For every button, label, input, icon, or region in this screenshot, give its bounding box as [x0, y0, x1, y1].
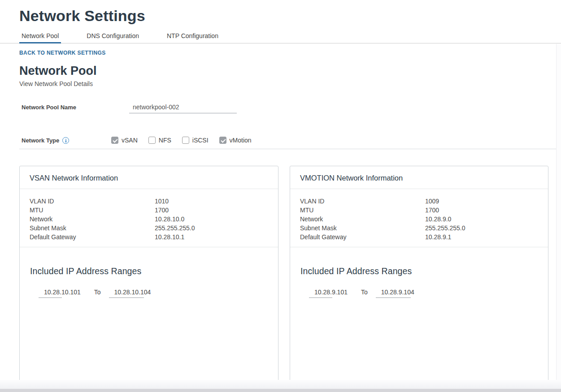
- vsan-network-card: VSAN Network Information VLAN ID 1010 MT…: [19, 166, 278, 386]
- detail-row-subnet: Subnet Mask 255.255.255.0: [30, 224, 268, 233]
- vsan-checkbox[interactable]: [111, 137, 118, 144]
- network-settings-page: Network Settings Network Pool DNS Config…: [0, 0, 561, 392]
- detail-row-vlan: VLAN ID 1009: [300, 197, 538, 206]
- range-to-label: To: [361, 288, 368, 296]
- pool-name-input[interactable]: networkpool-002: [129, 103, 237, 113]
- checkbox-item-vsan[interactable]: vSAN: [111, 137, 138, 144]
- checkbox-item-iscsi[interactable]: iSCSI: [182, 137, 209, 144]
- vmotion-ip-ranges-section: Included IP Address Ranges 10.28.9.101 T…: [290, 247, 548, 296]
- network-type-row: Network Type vSAN NFS iSCSI vMotion: [22, 137, 561, 144]
- vmotion-range-start-input[interactable]: 10.28.9.101: [314, 288, 348, 296]
- vsan-card-details: VLAN ID 1010 MTU 1700 Network 10.28.10.0…: [20, 189, 278, 247]
- detail-row-gateway: Default Gateway 10.28.10.1: [30, 233, 268, 241]
- vmotion-ranges-title: Included IP Address Ranges: [300, 266, 538, 276]
- section-subtitle: View Network Pool Details: [19, 80, 561, 87]
- page-title: Network Settings: [19, 6, 561, 25]
- vmotion-card-details: VLAN ID 1009 MTU 1700 Network 10.28.9.0 …: [290, 189, 548, 247]
- page-bottom-edge: [0, 380, 561, 392]
- tab-dns-configuration[interactable]: DNS Configuration: [84, 32, 141, 43]
- detail-row-mtu: MTU 1700: [30, 206, 268, 215]
- vmotion-card-title: VMOTION Network Information: [290, 166, 548, 189]
- iscsi-checkbox-label: iSCSI: [192, 137, 209, 144]
- detail-row-network: Network 10.28.10.0: [30, 215, 268, 224]
- range-to-label: To: [94, 288, 101, 296]
- vsan-range-start-input[interactable]: 10.28.10.101: [44, 288, 81, 296]
- nfs-checkbox[interactable]: [148, 137, 156, 144]
- network-type-checkbox-group: vSAN NFS iSCSI vMotion: [111, 137, 262, 144]
- vmotion-ip-range-row: 10.28.9.101 To 10.28.9.104: [314, 288, 538, 296]
- checkbox-item-nfs[interactable]: NFS: [148, 137, 171, 144]
- network-type-label: Network Type: [22, 137, 111, 144]
- vsan-ip-range-row: 10.28.10.101 To 10.28.10.104: [44, 288, 268, 296]
- network-info-cards: VSAN Network Information VLAN ID 1010 MT…: [19, 166, 561, 386]
- scrollbar-track[interactable]: [556, 44, 561, 380]
- pool-name-label: Network Pool Name: [22, 103, 111, 111]
- detail-row-subnet: Subnet Mask 255.255.255.0: [300, 224, 538, 233]
- detail-row-vlan: VLAN ID 1010: [30, 197, 268, 206]
- nfs-checkbox-label: NFS: [159, 137, 171, 144]
- bottom-bar: [0, 389, 561, 392]
- tabs-bar: Network Pool DNS Configuration NTP Confi…: [0, 32, 561, 43]
- vsan-ip-ranges-section: Included IP Address Ranges 10.28.10.101 …: [20, 247, 278, 296]
- vsan-range-end-input[interactable]: 10.28.10.104: [114, 288, 151, 296]
- vmotion-range-end-input[interactable]: 10.28.9.104: [381, 288, 414, 296]
- checkbox-item-vmotion[interactable]: vMotion: [219, 137, 252, 144]
- vsan-ranges-title: Included IP Address Ranges: [30, 266, 268, 276]
- form-divider: [19, 149, 561, 149]
- detail-row-gateway: Default Gateway 10.28.9.1: [300, 233, 538, 241]
- vsan-card-title: VSAN Network Information: [20, 166, 278, 189]
- vmotion-checkbox[interactable]: [219, 137, 226, 144]
- info-icon[interactable]: [62, 137, 69, 144]
- iscsi-checkbox[interactable]: [182, 137, 189, 144]
- detail-row-network: Network 10.28.9.0: [300, 215, 538, 224]
- vsan-checkbox-label: vSAN: [122, 137, 138, 144]
- pool-name-row: Network Pool Name networkpool-002: [22, 103, 561, 113]
- tab-ntp-configuration[interactable]: NTP Configuration: [165, 32, 221, 43]
- vmotion-network-card: VMOTION Network Information VLAN ID 1009…: [290, 166, 548, 386]
- back-to-network-settings-link[interactable]: BACK TO NETWORK SETTINGS: [19, 50, 106, 56]
- vmotion-checkbox-label: vMotion: [230, 137, 252, 144]
- detail-row-mtu: MTU 1700: [300, 206, 538, 215]
- pool-name-value: networkpool-002: [133, 103, 179, 111]
- tab-network-pool[interactable]: Network Pool: [19, 32, 61, 43]
- section-title: Network Pool: [19, 64, 561, 78]
